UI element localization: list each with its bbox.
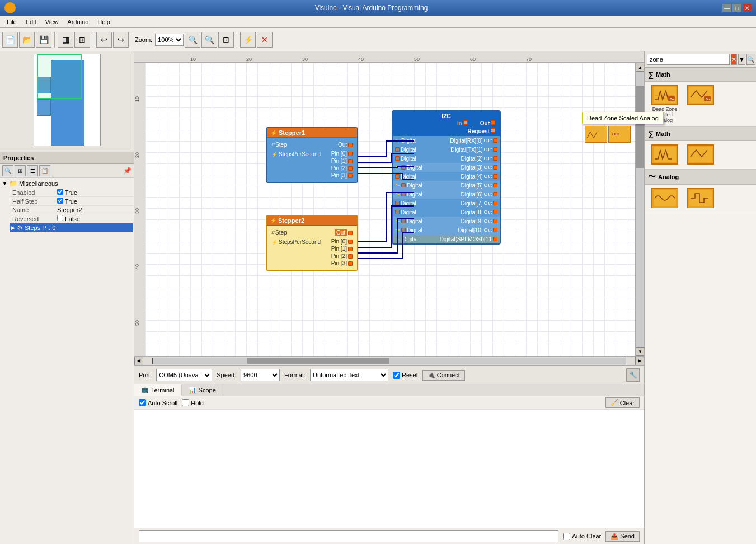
stepper1-step-port[interactable]: ⌑ Step [271,141,287,148]
digital-in-8[interactable] [395,210,400,214]
palette-item-math3[interactable] [648,144,682,166]
palette-item-math4[interactable] [684,144,717,166]
pin-button[interactable]: 📌 [123,167,132,175]
s2-pin2-connector[interactable] [348,254,353,259]
search-input[interactable] [647,54,730,65]
pin3-connector[interactable] [493,165,497,170]
undo-button[interactable]: ↩ [96,32,112,48]
vscroll-up[interactable]: ▲ [636,63,644,72]
settings-button[interactable]: 🔧 [626,368,640,382]
search-clear-button[interactable]: ✕ [731,54,737,65]
port-select[interactable]: COM5 (Unava [156,369,212,381]
grid-button[interactable]: ▦ [58,32,73,48]
s2-pin0-connector[interactable] [348,240,353,244]
digital-in-tx[interactable] [395,147,400,152]
maximize-button[interactable]: □ [732,4,741,12]
pin5-connector[interactable] [493,183,497,187]
hold-checkbox[interactable] [182,399,189,406]
hscroll-left[interactable]: ◀ [134,357,143,365]
search-button[interactable]: 🔍 [746,54,755,65]
hscroll-right[interactable]: ▶ [635,357,644,365]
hold-check[interactable]: Hold [182,399,204,406]
pin1-connector[interactable] [348,159,353,163]
vscroll-down[interactable]: ▼ [636,347,644,356]
menu-arduino[interactable]: Arduino [63,17,93,26]
main-canvas[interactable]: ⚡ Stepper1 ⌑ Step Out [145,63,635,356]
menu-help[interactable]: Help [93,17,115,26]
pin10-connector[interactable] [493,228,497,232]
zoom-fit-button[interactable]: ⊡ [218,32,234,48]
pin0-connector[interactable] [348,152,353,156]
pin7-connector[interactable] [493,201,497,205]
hscroll-thumb[interactable] [247,358,389,364]
palette-item-analog1[interactable] [648,188,682,209]
minimize-button[interactable]: — [722,4,731,12]
search-dropdown-button[interactable]: ▼ [738,54,745,65]
connect-button[interactable]: 🔌 Connect [422,370,465,381]
send-button[interactable]: 📤 Send [605,531,640,542]
pin11-connector[interactable] [493,237,497,241]
out-connector[interactable] [348,143,353,147]
expand-icon-steps[interactable]: ▶ [11,225,15,231]
stepper2-component[interactable]: ⚡ Stepper2 ⌑ Step Out [266,215,358,271]
digital-in-3[interactable] [401,165,406,170]
speed-select[interactable]: 9600 300 1200 2400 4800 19200 [241,369,280,381]
digital-in-9[interactable] [401,219,406,223]
pin2-connector[interactable] [348,166,353,171]
request-connector[interactable] [491,128,495,133]
pin9-connector[interactable] [493,219,497,223]
open-button[interactable]: 📂 [19,32,35,48]
autoscroll-checkbox[interactable] [139,399,146,406]
in-connector[interactable] [463,120,468,125]
hscroll-track[interactable] [152,358,626,364]
prop-btn-2[interactable]: ⊞ [15,165,26,176]
stepper2-sps-port[interactable]: ⚡ StepsPerSecond [271,238,321,246]
redo-button[interactable]: ↪ [113,32,129,48]
menu-file[interactable]: File [2,17,21,26]
minimap-canvas[interactable] [34,54,101,146]
zoom-in-button[interactable]: 🔍 [185,32,200,48]
autoscroll-check[interactable]: Auto Scroll [139,399,177,406]
digital-in-5[interactable] [401,183,406,187]
palette-item-analog2[interactable] [684,188,717,209]
tree-item-misc[interactable]: ▼ 📁 Miscellaneous [1,179,133,188]
digital-in-4[interactable] [395,174,400,179]
tree-item-steps[interactable]: ▶ ⚙ Steps P... 0 [10,223,133,232]
tab-scope[interactable]: 📊 Scope [182,384,223,396]
stepper1-sps-port[interactable]: ⚡ StepsPerSecond [271,151,321,158]
new-button[interactable]: 📄 [2,32,18,48]
format-select[interactable]: Unformatted Text Hex Decimal [310,369,388,381]
digital-in-2[interactable] [395,156,400,161]
arduino-upload[interactable]: ⚡ [240,32,256,48]
pin4-connector[interactable] [493,174,497,179]
digital-in-7[interactable] [395,201,400,205]
s2-pin1-connector[interactable] [348,247,353,251]
serial-input-field[interactable] [139,530,558,542]
autoclear-check[interactable]: Auto Clear [563,533,601,540]
out-main-connector[interactable] [491,120,495,125]
pin-tx-connector[interactable] [493,147,497,152]
palette-item-math2[interactable]: Out [684,85,717,123]
arduino-delete[interactable]: ✕ [257,32,273,48]
menu-view[interactable]: View [41,17,63,26]
clear-button[interactable]: 🧹 Clear [605,397,640,408]
zoom-select[interactable]: 100% 50% 75% 125% 150% [155,34,184,46]
digital-in-6[interactable] [401,192,406,196]
arduino-board[interactable]: I2C In Out Request [392,110,501,245]
s2-pin3-connector[interactable] [348,261,353,266]
prop-btn-4[interactable]: 📋 [39,165,50,176]
reversed-checkbox[interactable] [57,215,63,221]
expand-icon[interactable]: ▼ [2,181,7,186]
align-button[interactable]: ⊞ [74,32,90,48]
serial-content[interactable] [134,410,644,528]
tab-terminal[interactable]: 📺 Terminal [134,384,182,396]
pin3-connector[interactable] [348,173,353,178]
prop-btn-1[interactable]: 🔍 [2,165,13,176]
s2-out-connector[interactable] [348,231,353,235]
enabled-checkbox[interactable] [57,189,63,195]
pin8-connector[interactable] [493,210,497,214]
reset-checkbox[interactable] [393,372,400,379]
halfstep-checkbox[interactable] [57,198,63,204]
prop-btn-3[interactable]: ☰ [27,165,38,176]
pin2-connector[interactable] [493,156,497,161]
